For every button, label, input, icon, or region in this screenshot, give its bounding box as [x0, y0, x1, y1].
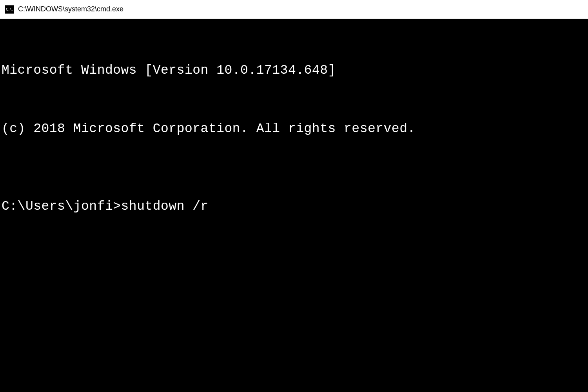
version-line: Microsoft Windows [Version 10.0.17134.64… — [2, 61, 586, 80]
cmd-icon: C:\. — [5, 5, 14, 14]
prompt: C:\Users\jonfi> — [2, 199, 121, 214]
window-title: C:\WINDOWS\system32\cmd.exe — [18, 5, 123, 13]
command-input[interactable]: shutdown /r — [121, 199, 209, 214]
cmd-window: C:\. C:\WINDOWS\system32\cmd.exe Microso… — [0, 0, 588, 392]
title-bar[interactable]: C:\. C:\WINDOWS\system32\cmd.exe — [0, 0, 588, 19]
terminal-area[interactable]: Microsoft Windows [Version 10.0.17134.64… — [0, 19, 588, 392]
cmd-icon-text: C:\. — [6, 7, 14, 11]
prompt-line: C:\Users\jonfi>shutdown /r — [2, 197, 586, 216]
copyright-line: (c) 2018 Microsoft Corporation. All righ… — [2, 119, 586, 139]
